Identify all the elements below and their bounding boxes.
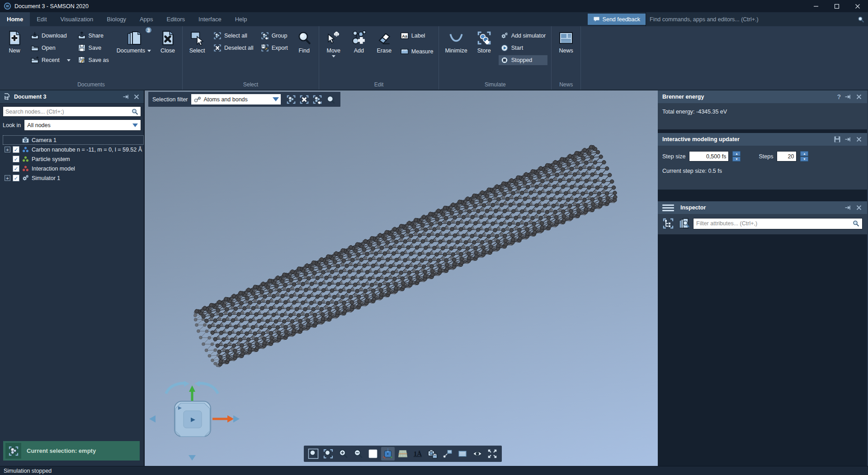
step-size-input[interactable] bbox=[689, 151, 729, 162]
menu-apps[interactable]: Apps bbox=[133, 12, 160, 26]
recent-button[interactable]: Recent bbox=[29, 55, 72, 65]
command-search-input[interactable] bbox=[650, 16, 857, 23]
viewport-3d[interactable]: Selection filter Atoms and bonds bbox=[145, 90, 658, 466]
zoom-in-button[interactable] bbox=[336, 447, 350, 461]
zoom-region-button[interactable] bbox=[307, 447, 320, 461]
tree-row-particle-system[interactable]: ✓ Particle system bbox=[3, 154, 144, 164]
tree-row-simulator[interactable]: + ✓ Simulator 1 bbox=[3, 173, 144, 183]
checkbox[interactable]: ✓ bbox=[13, 165, 19, 172]
close-icon[interactable] bbox=[855, 136, 863, 143]
close-icon[interactable] bbox=[133, 93, 140, 100]
close-document-button[interactable]: Close bbox=[157, 29, 179, 55]
measure-button[interactable]: Measure bbox=[399, 47, 435, 57]
select-all-button[interactable] bbox=[286, 94, 297, 105]
checkbox[interactable]: ✓ bbox=[13, 156, 19, 162]
steps-input[interactable] bbox=[777, 151, 797, 162]
send-feedback-button[interactable]: Send feedback bbox=[588, 14, 646, 25]
orientation-cube[interactable] bbox=[146, 379, 245, 466]
new-button[interactable]: New bbox=[4, 29, 25, 55]
stopped-button[interactable]: Stopped bbox=[499, 55, 547, 65]
find-button[interactable]: Find bbox=[293, 29, 315, 55]
help-icon[interactable]: ? bbox=[837, 93, 841, 100]
inspector-title: Inspector bbox=[680, 204, 706, 211]
zoom-selection-button[interactable] bbox=[321, 447, 335, 461]
checkbox[interactable]: ✓ bbox=[13, 175, 19, 181]
group-label-documents: Documents bbox=[4, 80, 179, 90]
step-size-stepper[interactable]: ▲▼ bbox=[732, 151, 741, 162]
chevron-down-icon[interactable] bbox=[67, 59, 71, 62]
share-button[interactable]: Share bbox=[76, 31, 111, 41]
menu-interface[interactable]: Interface bbox=[192, 12, 228, 26]
start-button[interactable]: Start bbox=[499, 43, 547, 53]
scale-button[interactable]: 1Å bbox=[411, 447, 425, 461]
menu-edit[interactable]: Edit bbox=[30, 12, 53, 26]
stopped-icon bbox=[500, 56, 509, 64]
add-simulator-button[interactable]: Add simulator bbox=[499, 31, 547, 41]
open-button[interactable]: Open bbox=[29, 43, 72, 53]
erase-icon bbox=[376, 30, 392, 46]
close-window-button[interactable] bbox=[847, 0, 868, 12]
minimize-window-button[interactable] bbox=[806, 0, 826, 12]
menu-visualization[interactable]: Visualization bbox=[54, 12, 100, 26]
zoom-out-button[interactable] bbox=[351, 447, 365, 461]
callout-button[interactable] bbox=[441, 447, 454, 461]
selection-filter-dropdown[interactable]: Atoms and bonds bbox=[191, 94, 281, 104]
zoom-in-icon bbox=[338, 448, 349, 459]
download-button[interactable]: Download bbox=[29, 31, 72, 41]
group-button[interactable] bbox=[312, 94, 323, 105]
move-button[interactable]: Move bbox=[323, 29, 344, 58]
export-button[interactable]: Export bbox=[259, 43, 290, 53]
pin-icon[interactable] bbox=[844, 204, 852, 211]
pin-icon[interactable] bbox=[844, 93, 852, 100]
close-icon[interactable] bbox=[855, 93, 863, 100]
erase-button[interactable]: Erase bbox=[373, 29, 395, 55]
snapshot-button[interactable] bbox=[426, 447, 439, 461]
deselect-all-button[interactable] bbox=[299, 94, 310, 105]
viewport-bottom-toolbar: 1Å bbox=[304, 446, 502, 462]
documents-stack-icon bbox=[126, 30, 142, 46]
save-button[interactable]: Save bbox=[76, 43, 111, 53]
look-in-dropdown[interactable]: All nodes bbox=[24, 119, 141, 131]
save-icon[interactable] bbox=[834, 136, 841, 143]
visibility-button[interactable] bbox=[471, 447, 484, 461]
checkbox[interactable]: ✓ bbox=[13, 146, 19, 153]
inspector-tree-button[interactable] bbox=[661, 217, 675, 230]
fullscreen-button[interactable] bbox=[486, 447, 499, 461]
menu-icon[interactable] bbox=[662, 204, 674, 211]
steps-stepper[interactable]: ▲▼ bbox=[800, 151, 808, 162]
group-button[interactable]: Group bbox=[259, 31, 290, 41]
maximize-window-button[interactable] bbox=[826, 0, 847, 12]
ruler-display-button[interactable] bbox=[456, 447, 469, 461]
tree-row-carbon-nanotube[interactable]: + ✓ Carbon nanotube n = -11, m = 0, l = … bbox=[3, 145, 144, 154]
deselect-all-button[interactable]: Deselect all bbox=[212, 43, 255, 53]
tree-row-interaction-model[interactable]: ✓ Interaction model bbox=[3, 164, 144, 173]
menu-help[interactable]: Help bbox=[228, 12, 254, 26]
pin-icon[interactable] bbox=[844, 136, 852, 143]
node-tree: Camera 1 + ✓ Carbon nanotube n = -11, m … bbox=[0, 133, 144, 183]
background-color-button[interactable] bbox=[366, 447, 380, 461]
select-all-button[interactable]: Select all bbox=[212, 31, 255, 41]
label-button[interactable]: Aa Label bbox=[399, 31, 435, 41]
save-as-button[interactable]: Save as bbox=[76, 55, 111, 65]
chevron-down-icon[interactable] bbox=[332, 55, 335, 57]
orientation-cube-button[interactable] bbox=[381, 447, 395, 461]
expand-icon[interactable]: + bbox=[5, 175, 10, 181]
grid-button[interactable] bbox=[396, 447, 410, 461]
add-button[interactable]: Add bbox=[348, 29, 370, 55]
inspector-documents-button[interactable] bbox=[677, 217, 691, 230]
pin-icon[interactable] bbox=[123, 93, 130, 100]
menu-editors[interactable]: Editors bbox=[160, 12, 192, 26]
news-button[interactable]: News bbox=[555, 29, 577, 55]
select-button[interactable]: Select bbox=[186, 29, 208, 55]
documents-button[interactable]: 3 Documents bbox=[114, 29, 153, 55]
minimize-energy-button[interactable]: Minimize bbox=[443, 29, 469, 55]
menu-biology[interactable]: Biology bbox=[100, 12, 133, 26]
find-small-button[interactable] bbox=[325, 94, 336, 105]
node-search-input[interactable] bbox=[5, 109, 131, 115]
expand-icon[interactable]: + bbox=[5, 147, 10, 152]
attribute-filter-input[interactable] bbox=[696, 220, 852, 227]
menu-home[interactable]: Home bbox=[0, 12, 30, 26]
close-icon[interactable] bbox=[855, 204, 863, 211]
tree-row-camera[interactable]: Camera 1 bbox=[3, 135, 144, 145]
store-button[interactable]: Store bbox=[473, 29, 495, 55]
